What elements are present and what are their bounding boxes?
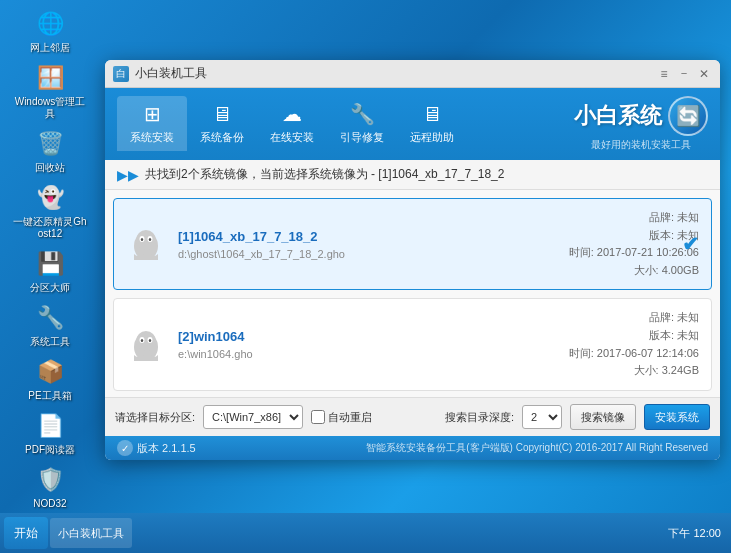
system-install-icon: ⊞ (144, 102, 161, 126)
search-image-button[interactable]: 搜索镜像 (570, 404, 636, 430)
image-item-1[interactable]: [1]1064_xb_17_7_18_2 d:\ghost\1064_xb_17… (113, 198, 712, 290)
remote-help-label: 远程助助 (410, 130, 454, 145)
target-partition-select[interactable]: C:\[Win7_x86] (203, 405, 303, 429)
tab-boot-repair[interactable]: 🔧 引导修复 (327, 96, 397, 151)
network-label: 网上邻居 (30, 42, 70, 54)
content-area: [1]1064_xb_17_7_18_2 d:\ghost\1064_xb_17… (105, 190, 720, 397)
image-brand-1: 品牌: 未知 (569, 209, 699, 227)
desktop-icon-partition[interactable]: 💾 分区大师 (10, 245, 90, 297)
brand-icon: 🔄 (668, 96, 708, 136)
image-version-1: 版本: 未知 (569, 227, 699, 245)
title-bar-controls: ≡ － ✕ (656, 66, 712, 82)
desktop-icon-network[interactable]: 🌐 网上邻居 (10, 5, 90, 57)
tab-system-install[interactable]: ⊞ 系统安装 (117, 96, 187, 151)
tab-system-backup[interactable]: 🖥 系统备份 (187, 97, 257, 151)
tools-icon: 🔧 (34, 302, 66, 334)
clock-display: 下午 12:00 (668, 526, 721, 541)
desktop-icon-panel: 🌐 网上邻居 🪟 Windows管理工具 🗑️ 回收站 👻 一键还原精灵Ghos… (0, 0, 100, 553)
pe-label: PE工具箱 (28, 390, 71, 402)
version-icon: ✓ (117, 440, 133, 456)
minimize-button[interactable]: － (676, 66, 692, 82)
recyclebin-label: 回收站 (35, 162, 65, 174)
brand-area: 小白系统 🔄 最好用的装机安装工具 (574, 96, 708, 160)
online-install-label: 在线安装 (270, 130, 314, 145)
image-meta-2: 品牌: 未知 版本: 未知 时间: 2017-06-07 12:14:06 大小… (569, 309, 699, 379)
image-path-1: d:\ghost\1064_xb_17_7_18_2.gho (178, 248, 569, 260)
system-tray: 下午 12:00 (668, 526, 727, 541)
ghost-image-icon-1 (126, 224, 166, 264)
image-brand-2: 品牌: 未知 (569, 309, 699, 327)
boot-repair-label: 引导修复 (340, 130, 384, 145)
ghost-image-icon-2 (126, 325, 166, 365)
image-time-2: 时间: 2017-06-07 12:14:06 (569, 345, 699, 363)
svg-point-5 (149, 238, 151, 241)
system-backup-icon: 🖥 (212, 103, 232, 126)
app-header: ⊞ 系统安装 🖥 系统备份 ☁ 在线安装 🔧 引导修复 🖥 远程助助 (105, 88, 720, 160)
desktop-icon-pe[interactable]: 📦 PE工具箱 (10, 353, 90, 405)
image-path-2: e:\win1064.gho (178, 348, 569, 360)
svg-point-11 (149, 339, 151, 342)
desktop-icon-windows[interactable]: 🪟 Windows管理工具 (10, 59, 90, 123)
network-icon: 🌐 (34, 8, 66, 40)
brand-name: 小白系统 (574, 101, 662, 131)
app-title: 小白装机工具 (135, 65, 207, 82)
online-install-icon: ☁ (282, 102, 302, 126)
tab-online-install[interactable]: ☁ 在线安装 (257, 96, 327, 151)
brand-logo: 小白系统 🔄 (574, 96, 708, 136)
partition-icon: 💾 (34, 248, 66, 280)
app-window: 白 小白装机工具 ≡ － ✕ ⊞ 系统安装 🖥 系统备份 (105, 60, 720, 460)
partition-label: 分区大师 (30, 282, 70, 294)
auto-restart-area: 自动重启 (311, 410, 372, 425)
footer-bar: ✓ 版本 2.1.1.5 智能系统安装备份工具(客户端版) Copyright(… (105, 436, 720, 460)
image-info-1: [1]1064_xb_17_7_18_2 d:\ghost\1064_xb_17… (178, 229, 569, 260)
tab-remote-help[interactable]: 🖥 远程助助 (397, 97, 467, 151)
svg-point-4 (141, 238, 143, 241)
desktop-icon-tools[interactable]: 🔧 系统工具 (10, 299, 90, 351)
close-button[interactable]: ✕ (696, 66, 712, 82)
svg-point-10 (141, 339, 143, 342)
image-size-1: 大小: 4.00GB (569, 262, 699, 280)
boot-repair-icon: 🔧 (350, 102, 375, 126)
windows-label: Windows管理工具 (13, 96, 87, 120)
bottom-bar: 请选择目标分区: C:\[Win7_x86] 自动重启 搜索目录深度: 2 1 … (105, 397, 720, 436)
desktop-icon-ghost[interactable]: 👻 一键还原精灵Ghost12 (10, 179, 90, 243)
app-icon: 白 (113, 66, 129, 82)
start-button[interactable]: 开始 (4, 517, 48, 549)
desktop-icon-recyclebin[interactable]: 🗑️ 回收站 (10, 125, 90, 177)
remote-help-icon: 🖥 (422, 103, 442, 126)
image-meta-1: 品牌: 未知 版本: 未知 时间: 2017-07-21 10:26:06 大小… (569, 209, 699, 279)
image-name-2: [2]win1064 (178, 329, 569, 344)
menu-button[interactable]: ≡ (656, 66, 672, 82)
version-area: ✓ 版本 2.1.1.5 (117, 440, 196, 456)
desktop: 🌐 网上邻居 🪟 Windows管理工具 🗑️ 回收站 👻 一键还原精灵Ghos… (0, 0, 731, 553)
system-install-label: 系统安装 (130, 130, 174, 145)
search-depth-select[interactable]: 2 1 3 (522, 405, 562, 429)
subheader-arrow-icon: ▶▶ (117, 167, 139, 183)
desktop-icon-nod32[interactable]: 🛡️ NOD32 (10, 461, 90, 513)
subheader: ▶▶ 共找到2个系统镜像，当前选择系统镜像为 - [1]1064_xb_17_7… (105, 160, 720, 190)
taskbar-app-item[interactable]: 小白装机工具 (50, 518, 132, 548)
windows-icon: 🪟 (34, 62, 66, 94)
svg-point-1 (136, 230, 156, 250)
ghost-label: 一键还原精灵Ghost12 (13, 216, 87, 240)
install-system-button[interactable]: 安装系统 (644, 404, 710, 430)
subheader-text: 共找到2个系统镜像，当前选择系统镜像为 - [1]1064_xb_17_7_18… (145, 166, 504, 183)
tools-label: 系统工具 (30, 336, 70, 348)
title-bar: 白 小白装机工具 ≡ － ✕ (105, 60, 720, 88)
image-version-2: 版本: 未知 (569, 327, 699, 345)
copyright-text: 智能系统安装备份工具(客户端版) Copyright(C) 2016-2017 … (366, 441, 708, 455)
pdf-label: PDF阅读器 (25, 444, 75, 456)
svg-point-7 (136, 331, 156, 351)
brand-subtitle: 最好用的装机安装工具 (591, 138, 691, 152)
pe-icon: 📦 (34, 356, 66, 388)
image-item-2[interactable]: [2]win1064 e:\win1064.gho 品牌: 未知 版本: 未知 … (113, 298, 712, 390)
nod32-icon: 🛡️ (34, 464, 66, 496)
nod32-label: NOD32 (33, 498, 66, 510)
taskbar-app-label: 小白装机工具 (58, 526, 124, 541)
pdf-icon: 📄 (34, 410, 66, 442)
target-partition-label: 请选择目标分区: (115, 410, 195, 425)
auto-restart-label: 自动重启 (328, 410, 372, 425)
auto-restart-checkbox[interactable] (311, 410, 325, 424)
desktop-icon-pdf[interactable]: 📄 PDF阅读器 (10, 407, 90, 459)
title-bar-left: 白 小白装机工具 (113, 65, 207, 82)
